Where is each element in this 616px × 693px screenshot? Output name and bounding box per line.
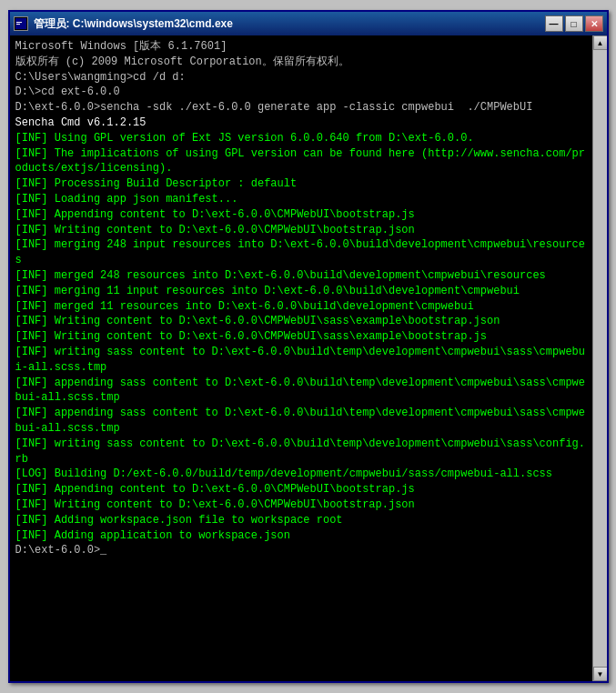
title-bar-left: 管理员: C:\windows\system32\cmd.exe <box>14 16 233 32</box>
terminal-line: [INF] merging 248 input resources into D… <box>15 237 587 268</box>
terminal-icon <box>14 16 28 31</box>
title-bar: 管理员: C:\windows\system32\cmd.exe — □ ✕ <box>10 12 607 35</box>
terminal-line: [INF] Processing Build Descriptor : defa… <box>15 176 587 192</box>
terminal-line: [INF] Appending content to D:\ext-6.0.0\… <box>15 207 587 223</box>
terminal-line: [INF] Writing content to D:\ext-6.0.0\CM… <box>15 497 587 513</box>
minimize-button[interactable]: — <box>545 15 563 32</box>
terminal-line: 版权所有 (c) 2009 Microsoft Corporation。保留所有… <box>15 55 587 70</box>
terminal-line: [INF] Writing content to D:\ext-6.0.0\CM… <box>15 314 587 329</box>
scroll-up-button[interactable]: ▲ <box>593 35 607 50</box>
terminal-line: [INF] Adding workspace.json file to work… <box>15 513 587 528</box>
terminal-line: [INF] appending sass content to D:\ext-6… <box>15 406 587 437</box>
terminal-line: Microsoft Windows [版本 6.1.7601] <box>15 39 587 55</box>
window-title: 管理员: C:\windows\system32\cmd.exe <box>34 16 233 32</box>
terminal-line: D:\ext-6.0.0>_ <box>15 543 587 558</box>
terminal-line: D:\ext-6.0.0>sencha -sdk ./ext-6.0.0 gen… <box>15 100 587 116</box>
terminal-line: [INF] Writing content to D:\ext-6.0.0\CM… <box>15 329 587 345</box>
scroll-down-button[interactable]: ▼ <box>593 667 607 681</box>
svg-rect-2 <box>16 24 20 25</box>
terminal-line: [INF] writing sass content to D:\ext-6.0… <box>15 437 587 467</box>
terminal-line: [INF] Loading app json manifest... <box>15 192 587 207</box>
terminal-line: [INF] merging 11 input resources into D:… <box>15 284 587 299</box>
title-bar-buttons: — □ ✕ <box>545 15 603 32</box>
terminal-line: [INF] Appending content to D:\ext-6.0.0\… <box>15 482 587 497</box>
terminal-line: [LOG] Building D:/ext-6.0.0/build/temp/d… <box>15 467 587 482</box>
terminal-line: Sencha Cmd v6.1.2.15 <box>15 116 587 131</box>
terminal-line: [INF] merged 248 resources into D:\ext-6… <box>15 268 587 284</box>
terminal-line: [INF] Adding application to workspace.js… <box>15 528 587 544</box>
terminal-line: [INF] merged 11 resources into D:\ext-6.… <box>15 299 587 315</box>
scroll-track[interactable] <box>593 50 607 667</box>
terminal-content[interactable]: Microsoft Windows [版本 6.1.7601] 版权所有 (c)… <box>10 35 592 681</box>
close-button[interactable]: ✕ <box>585 15 603 32</box>
terminal-line: D:\>cd ext-6.0.0 <box>15 85 587 100</box>
terminal-line: [INF] Using GPL version of Ext JS versio… <box>15 131 587 146</box>
terminal-line: [INF] Writing content to D:\ext-6.0.0\CM… <box>15 223 587 238</box>
maximize-button[interactable]: □ <box>565 15 583 32</box>
cmd-window: 管理员: C:\windows\system32\cmd.exe — □ ✕ M… <box>8 10 609 683</box>
terminal-body: Microsoft Windows [版本 6.1.7601] 版权所有 (c)… <box>10 35 607 681</box>
svg-rect-1 <box>16 22 22 23</box>
terminal-line: [INF] appending sass content to D:\ext-6… <box>15 376 587 407</box>
terminal-line: C:\Users\wangming>cd /d d: <box>15 70 587 85</box>
vertical-scrollbar[interactable]: ▲ ▼ <box>592 35 607 681</box>
terminal-line: [INF] writing sass content to D:\ext-6.0… <box>15 345 587 376</box>
terminal-line: [INF] The implications of using GPL vers… <box>15 146 587 177</box>
